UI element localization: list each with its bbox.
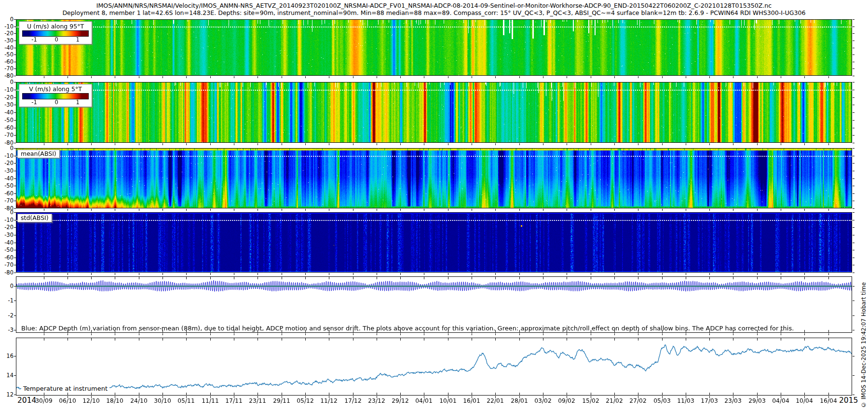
x-tick-mark <box>591 277 591 279</box>
y-tick-label: -70 <box>0 198 14 204</box>
x-tick-mark <box>353 76 353 78</box>
y-tick-label: -20 <box>0 224 14 231</box>
y-tick-label: -60 <box>0 255 14 261</box>
x-axis-year-end: 2015 <box>839 396 858 405</box>
x-tick-mark <box>210 338 211 341</box>
y-tick-mark <box>14 148 16 149</box>
y-tick-label: 0 <box>0 209 14 216</box>
x-tick-mark <box>591 273 591 275</box>
x-tick-mark <box>638 273 638 275</box>
x-tick-mark <box>91 76 92 78</box>
temperature-line-plot <box>16 338 852 395</box>
x-tick-label: 10/04 <box>793 397 815 404</box>
x-tick-mark <box>163 76 163 78</box>
y-tick-mark <box>853 265 854 265</box>
y-tick-mark <box>853 243 854 243</box>
x-tick-mark <box>448 76 448 78</box>
x-tick-mark <box>353 333 353 335</box>
y-tick-label: -40 <box>0 240 14 246</box>
y-tick-label: -80 <box>0 270 14 276</box>
u-velocity-heatmap <box>16 20 852 75</box>
y-tick-mark <box>853 227 854 228</box>
x-tick-mark <box>353 338 353 341</box>
x-tick-mark <box>804 277 805 279</box>
y-tick-mark <box>853 90 854 90</box>
y-tick-mark <box>853 97 854 98</box>
x-tick-label: 03/02 <box>532 397 554 404</box>
figure-subtitle: Deployment 8, member 1 lat=42.6S lon=148… <box>0 9 868 16</box>
x-tick-mark <box>757 277 758 279</box>
x-tick-mark <box>68 76 68 78</box>
x-tick-mark <box>234 76 234 78</box>
x-tick-mark <box>400 273 401 275</box>
y-tick-mark <box>14 315 16 316</box>
x-tick-mark <box>828 209 829 211</box>
v-legend-title: V (m/s) along 5°T <box>21 85 90 93</box>
mean-absi-label: mean(ABSI) <box>17 150 60 158</box>
x-tick-mark <box>828 273 829 275</box>
y-tick-mark <box>14 82 16 82</box>
panel-v-velocity: V (m/s) along 5°T -1 0 1 <box>16 82 852 143</box>
y-tick-label: 0 <box>0 79 14 85</box>
y-tick-mark <box>14 193 16 194</box>
y-tick-mark <box>853 48 854 48</box>
x-tick-label: 05/11 <box>175 397 197 404</box>
x-tick-mark <box>804 330 805 332</box>
x-tick-mark <box>234 333 234 335</box>
x-tick-mark <box>234 273 234 275</box>
y-tick-mark <box>14 105 16 105</box>
x-tick-mark <box>91 273 92 275</box>
x-tick-mark <box>591 143 591 145</box>
v-velocity-heatmap <box>16 82 852 142</box>
x-tick-mark <box>591 76 591 78</box>
x-tick-mark <box>804 338 805 341</box>
y-tick-label: -30 <box>0 232 14 238</box>
x-tick-mark <box>210 143 211 145</box>
y-tick-label: -60 <box>0 59 14 65</box>
x-tick-mark <box>614 277 615 279</box>
x-tick-mark <box>733 333 733 335</box>
y-tick-mark <box>14 265 16 265</box>
x-tick-label: 23/11 <box>246 397 269 404</box>
y-tick-label: -70 <box>0 66 14 72</box>
surface-blank-line <box>16 220 852 221</box>
x-tick-mark <box>828 76 829 78</box>
x-tick-mark <box>68 273 68 275</box>
x-tick-mark <box>377 277 377 279</box>
x-tick-mark <box>662 76 663 78</box>
x-tick-mark <box>662 277 663 279</box>
x-tick-mark <box>448 209 448 211</box>
x-tick-mark <box>186 338 187 341</box>
x-tick-mark <box>400 333 401 335</box>
x-tick-mark <box>424 209 424 211</box>
y-tick-label: 0 <box>0 16 14 23</box>
y-tick-mark <box>14 135 16 136</box>
x-tick-mark <box>448 393 448 395</box>
y-tick-label: -3 <box>0 327 14 333</box>
cbar-tick-label: 1 <box>76 99 79 106</box>
x-tick-mark <box>234 393 234 395</box>
x-tick-mark <box>686 209 686 211</box>
u-legend-title: U (m/s) along 95°T <box>21 23 90 30</box>
x-tick-label: 17/11 <box>223 397 245 404</box>
y-tick-mark <box>853 220 854 220</box>
x-tick-mark <box>519 277 520 279</box>
x-tick-mark <box>139 76 139 78</box>
x-tick-mark <box>115 333 115 335</box>
x-tick-mark <box>614 393 615 395</box>
x-tick-mark <box>163 333 163 335</box>
x-tick-mark <box>400 393 401 395</box>
x-tick-mark <box>400 209 401 211</box>
x-tick-mark <box>305 393 306 395</box>
y-tick-mark <box>14 48 16 48</box>
panel-std-absi: std(ABSI) <box>16 212 852 273</box>
x-tick-mark <box>662 338 663 341</box>
x-tick-mark <box>424 277 424 279</box>
y-tick-mark <box>853 193 854 194</box>
x-tick-mark <box>186 333 187 335</box>
x-tick-mark <box>567 209 567 211</box>
x-tick-label: 29/12 <box>389 397 411 404</box>
x-tick-label: 11/11 <box>199 397 221 404</box>
x-tick-mark <box>781 143 781 145</box>
y-tick-mark <box>14 250 16 250</box>
